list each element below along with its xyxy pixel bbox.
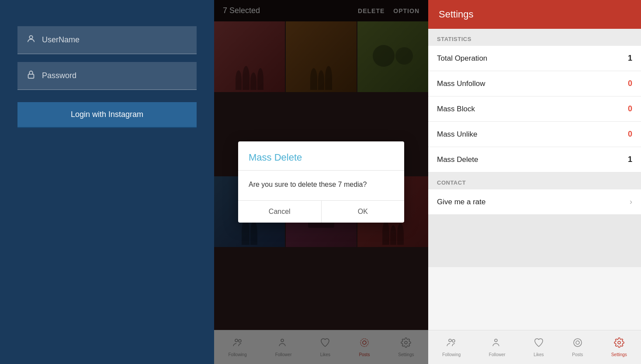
settings-following-icon [446, 337, 457, 350]
settings-following-label: Following [442, 352, 461, 357]
login-panel: UserName Password Login with Instagram [0, 0, 214, 364]
settings-body: STATISTICS Total Operation 1 Mass Unfoll… [428, 29, 641, 330]
mass-unfollow-row: Mass Unfollow 0 [428, 71, 641, 96]
settings-tab-posts[interactable]: Posts [568, 336, 587, 359]
mass-delete-value: 1 [628, 155, 632, 164]
mass-block-value: 0 [628, 104, 632, 113]
svg-point-10 [495, 339, 497, 342]
mass-unfollow-value: 0 [628, 79, 632, 88]
settings-gear-icon [614, 337, 624, 350]
mass-delete-dialog: Mass Delete Are you sure to delete these… [238, 141, 404, 223]
empty-area [428, 215, 641, 267]
settings-header: Settings [428, 0, 641, 29]
contact-section-label: CONTACT [428, 172, 641, 189]
svg-point-12 [574, 339, 582, 347]
settings-tab-following[interactable]: Following [438, 336, 465, 359]
statistics-section-label: STATISTICS [428, 29, 641, 46]
password-field[interactable]: Password [17, 62, 197, 90]
svg-point-13 [618, 341, 620, 344]
settings-tab-follower[interactable]: Follower [485, 336, 510, 359]
dialog-overlay: Mass Delete Are you sure to delete these… [214, 0, 428, 364]
settings-posts-label: Posts [572, 352, 583, 357]
ok-button[interactable]: OK [322, 201, 405, 223]
mass-block-label: Mass Block [437, 105, 475, 113]
user-icon [26, 34, 36, 46]
total-operation-label: Total Operation [437, 54, 487, 63]
give-rate-label: Give me a rate [437, 198, 486, 206]
dialog-title: Mass Delete [238, 141, 404, 171]
dialog-actions: Cancel OK [238, 200, 404, 223]
cancel-button[interactable]: Cancel [238, 201, 322, 223]
settings-title: Settings [439, 9, 474, 20]
total-operation-value: 1 [628, 54, 632, 63]
give-rate-row[interactable]: Give me a rate › [428, 189, 641, 215]
svg-point-0 [29, 36, 32, 39]
mass-block-row: Mass Block 0 [428, 96, 641, 122]
settings-footer: Following Follower Likes [428, 330, 641, 364]
settings-follower-icon [492, 337, 502, 350]
mass-unfollow-label: Mass Unfollow [437, 79, 485, 88]
mass-unlike-label: Mass Unlike [437, 130, 478, 139]
settings-posts-icon [572, 337, 583, 350]
settings-panel: Settings STATISTICS Total Operation 1 Ma… [428, 0, 641, 364]
mass-delete-row: Mass Delete 1 [428, 147, 641, 172]
settings-tab-settings[interactable]: Settings [607, 336, 631, 359]
svg-point-8 [449, 339, 451, 342]
posts-panel: 7 Selected DELETE OPTION [214, 0, 428, 364]
username-label: UserName [42, 35, 80, 45]
settings-follower-label: Follower [489, 352, 506, 357]
svg-point-11 [576, 341, 579, 344]
mass-delete-label: Mass Delete [437, 155, 478, 164]
mass-unlike-value: 0 [628, 130, 632, 139]
dialog-body: Are you sure to delete these 7 media? [238, 171, 404, 200]
settings-settings-label: Settings [611, 352, 627, 357]
total-operation-row: Total Operation 1 [428, 46, 641, 71]
chevron-right-icon: › [630, 197, 632, 206]
settings-likes-label: Likes [534, 352, 544, 357]
settings-tab-likes[interactable]: Likes [529, 336, 548, 359]
svg-rect-1 [28, 74, 34, 78]
password-label: Password [42, 71, 76, 80]
login-button[interactable]: Login with Instagram [17, 102, 197, 128]
settings-likes-icon [534, 337, 544, 350]
mass-unlike-row: Mass Unlike 0 [428, 122, 641, 147]
username-field[interactable]: UserName [17, 26, 197, 54]
svg-point-9 [452, 340, 455, 342]
lock-icon [26, 70, 36, 82]
